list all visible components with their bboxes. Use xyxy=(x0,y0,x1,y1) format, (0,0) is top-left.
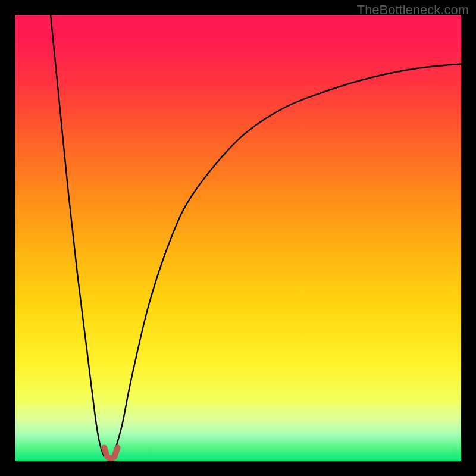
watermark: TheBottleneck.com xyxy=(357,2,469,18)
plot-area xyxy=(15,15,461,461)
curve-left-branch xyxy=(51,15,104,457)
curve-layer xyxy=(15,15,461,461)
bottom-marker xyxy=(104,448,118,459)
curve-right-branch xyxy=(113,64,461,457)
